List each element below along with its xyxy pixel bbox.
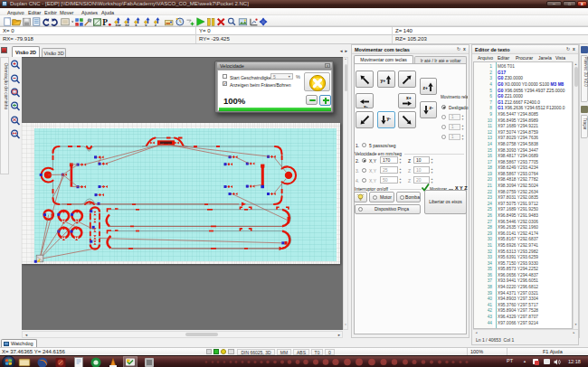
svg-text:z+: z+ — [423, 85, 429, 90]
svg-text:P: P — [102, 17, 108, 26]
svg-text:z-: z- — [430, 105, 434, 110]
svg-text:y-: y- — [386, 116, 391, 121]
svg-text:x+: x+ — [406, 95, 412, 100]
svg-text:x-: x- — [364, 103, 368, 108]
svg-text:y+: y+ — [380, 78, 385, 83]
